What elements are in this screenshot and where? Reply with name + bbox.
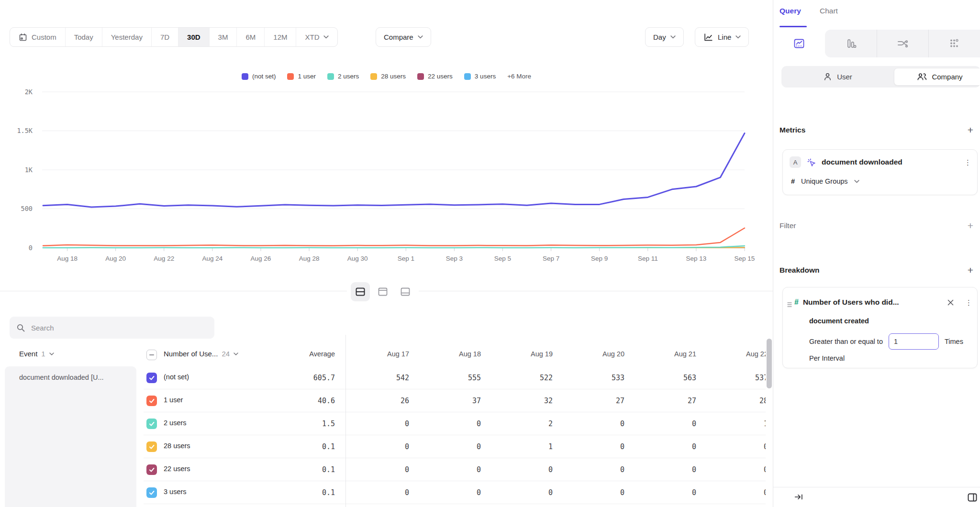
breakdown-kebab-menu[interactable]: ⋮ bbox=[965, 299, 972, 306]
hash-icon: # bbox=[791, 177, 795, 185]
row-label: 1 user bbox=[164, 396, 183, 404]
row-value: 0 bbox=[346, 465, 418, 474]
legend-label: (not set) bbox=[252, 73, 276, 80]
event-column-header[interactable]: Event 1 bbox=[19, 350, 54, 358]
metric-measure-selector[interactable]: # Unique Groups bbox=[791, 177, 859, 185]
range-today-button[interactable]: Today bbox=[66, 28, 102, 46]
series-header-label: Number of Use... bbox=[164, 350, 218, 358]
range-3m-button[interactable]: 3M bbox=[210, 28, 237, 46]
row-average: 605.7 bbox=[258, 374, 335, 382]
chart-type-flow-button[interactable] bbox=[877, 30, 928, 57]
metric-card[interactable]: A document downloaded ⋮ # Unique Groups bbox=[782, 149, 978, 195]
range-30d-button[interactable]: 30D bbox=[178, 28, 210, 46]
row-checkbox[interactable] bbox=[146, 419, 157, 429]
add-metric-button[interactable]: + bbox=[968, 125, 973, 135]
row-checkbox[interactable] bbox=[146, 373, 157, 383]
compare-button[interactable]: Compare bbox=[376, 27, 431, 47]
select-all-checkbox[interactable] bbox=[146, 350, 157, 360]
add-filter-button[interactable]: + bbox=[968, 221, 973, 231]
row-checkbox[interactable] bbox=[146, 441, 157, 452]
search-input[interactable] bbox=[31, 324, 208, 332]
legend-item-22-users[interactable]: 22 users bbox=[417, 73, 453, 80]
line-chart[interactable]: 05001K1.5K2KAug 18Aug 20Aug 22Aug 24Aug … bbox=[0, 84, 773, 270]
row-value: 0 bbox=[561, 419, 633, 428]
range-label: 7D bbox=[160, 33, 169, 41]
row-average: 0.1 bbox=[258, 465, 335, 474]
indeterminate-mark bbox=[149, 354, 154, 355]
svg-text:1.5K: 1.5K bbox=[17, 127, 33, 134]
series-column-header[interactable]: Number of Use... 24 bbox=[164, 350, 238, 358]
row-value: 563 bbox=[633, 374, 705, 382]
split-view-icon[interactable] bbox=[967, 492, 978, 503]
row-value: 0 bbox=[561, 488, 633, 497]
row-checkbox[interactable] bbox=[146, 464, 157, 475]
legend-item-28-users[interactable]: 28 users bbox=[370, 73, 406, 80]
times-value-input[interactable] bbox=[889, 333, 939, 350]
legend-item-not-set[interactable]: (not set) bbox=[242, 73, 276, 80]
legend-item-2-users[interactable]: 2 users bbox=[327, 73, 359, 80]
chart-type-scatter-button[interactable] bbox=[928, 30, 980, 57]
range-label: 30D bbox=[187, 33, 200, 41]
row-checkbox[interactable] bbox=[146, 396, 157, 406]
tab-chart[interactable]: Chart bbox=[820, 7, 838, 15]
toggle-user[interactable]: User bbox=[781, 66, 894, 88]
range-label: 3M bbox=[218, 33, 228, 41]
row-value: 0 bbox=[633, 419, 705, 428]
metric-kebab-menu[interactable]: ⋮ bbox=[964, 159, 971, 166]
row-value: 0 bbox=[561, 442, 633, 451]
condition-label: Greater than or equal to bbox=[809, 338, 883, 345]
close-icon[interactable] bbox=[947, 299, 954, 306]
row-value: 0 bbox=[418, 442, 490, 451]
legend-more-button[interactable]: +6 More bbox=[507, 73, 531, 80]
granularity-button[interactable]: Day bbox=[645, 27, 684, 47]
row-label: (not set) bbox=[164, 373, 189, 381]
range-custom-button[interactable]: Custom bbox=[10, 28, 66, 46]
row-checkbox[interactable] bbox=[146, 487, 157, 498]
breakdown-heading: Breakdown bbox=[780, 266, 820, 275]
row-value: 0 bbox=[346, 442, 418, 451]
chart-type-label: Line bbox=[718, 33, 731, 41]
date-range-control: CustomTodayYesterday7D30D3M6M12MXTD bbox=[10, 27, 338, 47]
row-value: 0 bbox=[633, 465, 705, 474]
legend-item-3-users[interactable]: 3 users bbox=[464, 73, 496, 80]
range-7d-button[interactable]: 7D bbox=[152, 28, 178, 46]
toggle-company[interactable]: Company bbox=[894, 68, 980, 86]
app-window: CustomTodayYesterday7D30D3M6M12MXTD Comp… bbox=[0, 0, 980, 507]
chart-type-button[interactable]: Line bbox=[695, 27, 749, 47]
row-average: 40.6 bbox=[258, 397, 335, 405]
chart-type-selector bbox=[773, 30, 980, 57]
granularity-label: Day bbox=[653, 33, 666, 41]
breakdown-card[interactable]: # Number of Users who did... ⋮ document … bbox=[782, 287, 978, 368]
add-breakdown-button[interactable]: + bbox=[968, 265, 973, 275]
row-value: 0 bbox=[490, 488, 561, 497]
chart-type-line-button[interactable] bbox=[773, 30, 825, 57]
legend-label: 3 users bbox=[475, 73, 496, 80]
group-type-toggle: User Company bbox=[781, 66, 980, 88]
breakdown-event-name: document created bbox=[809, 317, 869, 325]
drag-handle-icon[interactable] bbox=[786, 301, 793, 309]
chart-type-bar-button[interactable] bbox=[825, 30, 877, 57]
layout-table-only-button[interactable] bbox=[396, 282, 415, 301]
range-xtd-button[interactable]: XTD bbox=[296, 28, 337, 46]
legend-label: 28 users bbox=[381, 73, 406, 80]
event-count: 1 bbox=[41, 350, 45, 358]
svg-text:2K: 2K bbox=[25, 88, 33, 96]
row-value: 26 bbox=[346, 397, 418, 405]
range-12m-button[interactable]: 12M bbox=[265, 28, 296, 46]
range-6m-button[interactable]: 6M bbox=[237, 28, 265, 46]
legend-item-1-user[interactable]: 1 user bbox=[287, 73, 316, 80]
layout-chart-only-button[interactable] bbox=[373, 282, 392, 301]
row-label: 3 users bbox=[164, 488, 187, 496]
row-value: 537 bbox=[705, 374, 766, 382]
row-value: 37 bbox=[418, 397, 490, 405]
layout-split-button[interactable] bbox=[351, 282, 370, 301]
legend-label: 1 user bbox=[298, 73, 316, 80]
table-vertical-scrollbar[interactable] bbox=[767, 339, 772, 388]
svg-text:Aug 18: Aug 18 bbox=[57, 255, 78, 262]
collapse-panel-icon[interactable] bbox=[793, 492, 804, 502]
tab-query[interactable]: Query bbox=[780, 7, 801, 15]
event-list-item[interactable]: document downloaded [U... bbox=[5, 366, 136, 381]
range-yesterday-button[interactable]: Yesterday bbox=[102, 28, 152, 46]
metrics-heading-row: Metrics + bbox=[780, 125, 973, 135]
row-label: 28 users bbox=[164, 442, 190, 450]
